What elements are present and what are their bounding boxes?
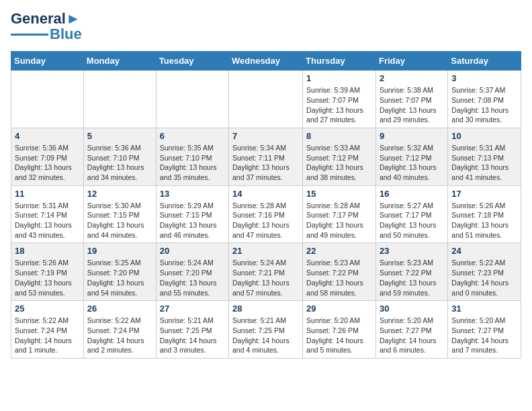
day-info: Sunrise: 5:21 AM Sunset: 7:25 PM Dayligh… (160, 316, 225, 355)
day-number: 9 (380, 131, 444, 141)
day-info: Sunrise: 5:20 AM Sunset: 7:26 PM Dayligh… (306, 316, 372, 355)
day-info: Sunrise: 5:28 AM Sunset: 7:16 PM Dayligh… (232, 201, 299, 240)
day-info: Sunrise: 5:22 AM Sunset: 7:24 PM Dayligh… (15, 316, 80, 355)
calendar-cell (229, 71, 303, 128)
day-number: 17 (451, 189, 517, 199)
calendar-cell: 7Sunrise: 5:34 AM Sunset: 7:11 PM Daylig… (229, 128, 303, 185)
day-number: 21 (232, 246, 299, 256)
day-number: 5 (87, 131, 152, 141)
calendar-cell: 1Sunrise: 5:39 AM Sunset: 7:07 PM Daylig… (303, 71, 376, 128)
day-info: Sunrise: 5:30 AM Sunset: 7:15 PM Dayligh… (87, 201, 152, 240)
day-info: Sunrise: 5:33 AM Sunset: 7:12 PM Dayligh… (306, 143, 372, 183)
calendar-cell: 11Sunrise: 5:31 AM Sunset: 7:14 PM Dayli… (11, 185, 84, 243)
calendar-cell: 31Sunrise: 5:20 AM Sunset: 7:27 PM Dayli… (448, 301, 521, 359)
day-info: Sunrise: 5:35 AM Sunset: 7:10 PM Dayligh… (160, 143, 225, 183)
day-info: Sunrise: 5:22 AM Sunset: 7:23 PM Dayligh… (451, 258, 517, 298)
day-info: Sunrise: 5:32 AM Sunset: 7:12 PM Dayligh… (380, 143, 444, 183)
calendar-cell: 30Sunrise: 5:20 AM Sunset: 7:27 PM Dayli… (375, 301, 447, 359)
weekday-header: Sunday (11, 52, 84, 71)
calendar-cell: 12Sunrise: 5:30 AM Sunset: 7:15 PM Dayli… (83, 185, 156, 243)
weekday-header: Monday (83, 52, 156, 71)
calendar-cell (11, 71, 84, 128)
day-info: Sunrise: 5:26 AM Sunset: 7:19 PM Dayligh… (15, 258, 80, 298)
calendar-cell: 18Sunrise: 5:26 AM Sunset: 7:19 PM Dayli… (11, 243, 84, 301)
calendar-cell: 29Sunrise: 5:20 AM Sunset: 7:26 PM Dayli… (303, 301, 376, 359)
day-number: 27 (160, 304, 225, 314)
calendar-cell: 8Sunrise: 5:33 AM Sunset: 7:12 PM Daylig… (303, 128, 376, 185)
day-number: 28 (232, 304, 299, 314)
day-number: 15 (306, 189, 372, 199)
calendar-cell: 4Sunrise: 5:36 AM Sunset: 7:09 PM Daylig… (11, 128, 84, 185)
day-number: 20 (160, 246, 225, 256)
calendar-body: 1Sunrise: 5:39 AM Sunset: 7:07 PM Daylig… (11, 71, 521, 359)
calendar-table: SundayMondayTuesdayWednesdayThursdayFrid… (11, 51, 521, 359)
day-info: Sunrise: 5:36 AM Sunset: 7:10 PM Dayligh… (87, 143, 152, 183)
calendar-cell: 24Sunrise: 5:22 AM Sunset: 7:23 PM Dayli… (448, 243, 521, 301)
calendar-week-row: 25Sunrise: 5:22 AM Sunset: 7:24 PM Dayli… (11, 301, 521, 359)
day-number: 4 (15, 131, 80, 141)
calendar-cell: 5Sunrise: 5:36 AM Sunset: 7:10 PM Daylig… (83, 128, 156, 185)
day-number: 25 (15, 304, 80, 314)
calendar-cell: 19Sunrise: 5:25 AM Sunset: 7:20 PM Dayli… (83, 243, 156, 301)
day-number: 6 (160, 131, 225, 141)
calendar-cell: 9Sunrise: 5:32 AM Sunset: 7:12 PM Daylig… (375, 128, 447, 185)
day-info: Sunrise: 5:31 AM Sunset: 7:13 PM Dayligh… (451, 143, 517, 183)
day-number: 14 (232, 189, 299, 199)
page-header: General► Blue (11, 11, 521, 43)
calendar-week-row: 11Sunrise: 5:31 AM Sunset: 7:14 PM Dayli… (11, 185, 521, 243)
day-info: Sunrise: 5:39 AM Sunset: 7:07 PM Dayligh… (306, 85, 372, 125)
day-info: Sunrise: 5:24 AM Sunset: 7:20 PM Dayligh… (160, 258, 225, 298)
day-number: 10 (451, 131, 517, 141)
weekday-header: Tuesday (156, 52, 228, 71)
calendar-week-row: 4Sunrise: 5:36 AM Sunset: 7:09 PM Daylig… (11, 128, 521, 185)
day-number: 31 (451, 304, 517, 314)
calendar-week-row: 18Sunrise: 5:26 AM Sunset: 7:19 PM Dayli… (11, 243, 521, 301)
day-number: 13 (160, 189, 225, 199)
calendar-cell: 27Sunrise: 5:21 AM Sunset: 7:25 PM Dayli… (156, 301, 228, 359)
day-number: 22 (306, 246, 372, 256)
day-number: 8 (306, 131, 372, 141)
logo-blue: Blue (50, 26, 82, 43)
calendar-cell: 13Sunrise: 5:29 AM Sunset: 7:15 PM Dayli… (156, 185, 228, 243)
day-number: 12 (87, 189, 152, 199)
day-info: Sunrise: 5:23 AM Sunset: 7:22 PM Dayligh… (380, 258, 444, 298)
day-number: 3 (451, 73, 517, 83)
calendar-cell: 17Sunrise: 5:26 AM Sunset: 7:18 PM Dayli… (448, 185, 521, 243)
day-info: Sunrise: 5:34 AM Sunset: 7:11 PM Dayligh… (232, 143, 299, 183)
day-number: 23 (380, 246, 444, 256)
calendar-cell: 20Sunrise: 5:24 AM Sunset: 7:20 PM Dayli… (156, 243, 228, 301)
weekday-header: Friday (375, 52, 447, 71)
day-info: Sunrise: 5:29 AM Sunset: 7:15 PM Dayligh… (160, 201, 225, 240)
calendar-week-row: 1Sunrise: 5:39 AM Sunset: 7:07 PM Daylig… (11, 71, 521, 128)
header-row: SundayMondayTuesdayWednesdayThursdayFrid… (11, 52, 521, 71)
calendar-cell: 21Sunrise: 5:24 AM Sunset: 7:21 PM Dayli… (229, 243, 303, 301)
calendar-cell: 16Sunrise: 5:27 AM Sunset: 7:17 PM Dayli… (375, 185, 447, 243)
day-info: Sunrise: 5:38 AM Sunset: 7:07 PM Dayligh… (380, 85, 444, 125)
day-info: Sunrise: 5:25 AM Sunset: 7:20 PM Dayligh… (87, 258, 152, 298)
day-number: 29 (306, 304, 372, 314)
calendar-cell: 23Sunrise: 5:23 AM Sunset: 7:22 PM Dayli… (375, 243, 447, 301)
calendar-cell: 28Sunrise: 5:21 AM Sunset: 7:25 PM Dayli… (229, 301, 303, 359)
calendar-cell: 22Sunrise: 5:23 AM Sunset: 7:22 PM Dayli… (303, 243, 376, 301)
day-number: 18 (15, 246, 80, 256)
day-number: 16 (380, 189, 444, 199)
weekday-header: Wednesday (229, 52, 303, 71)
day-info: Sunrise: 5:26 AM Sunset: 7:18 PM Dayligh… (451, 201, 517, 240)
day-info: Sunrise: 5:20 AM Sunset: 7:27 PM Dayligh… (380, 316, 444, 355)
logo: General► Blue (11, 11, 82, 43)
day-info: Sunrise: 5:31 AM Sunset: 7:14 PM Dayligh… (15, 201, 80, 240)
day-info: Sunrise: 5:22 AM Sunset: 7:24 PM Dayligh… (87, 316, 152, 355)
calendar-cell: 15Sunrise: 5:28 AM Sunset: 7:17 PM Dayli… (303, 185, 376, 243)
logo-text: General► (11, 11, 81, 27)
day-info: Sunrise: 5:36 AM Sunset: 7:09 PM Dayligh… (15, 143, 80, 183)
day-number: 19 (87, 246, 152, 256)
day-number: 1 (306, 73, 372, 83)
day-number: 7 (232, 131, 299, 141)
calendar-cell: 3Sunrise: 5:37 AM Sunset: 7:08 PM Daylig… (448, 71, 521, 128)
calendar-cell (156, 71, 228, 128)
calendar-cell: 14Sunrise: 5:28 AM Sunset: 7:16 PM Dayli… (229, 185, 303, 243)
day-number: 26 (87, 304, 152, 314)
calendar-cell: 25Sunrise: 5:22 AM Sunset: 7:24 PM Dayli… (11, 301, 84, 359)
day-number: 24 (451, 246, 517, 256)
calendar-cell: 6Sunrise: 5:35 AM Sunset: 7:10 PM Daylig… (156, 128, 228, 185)
